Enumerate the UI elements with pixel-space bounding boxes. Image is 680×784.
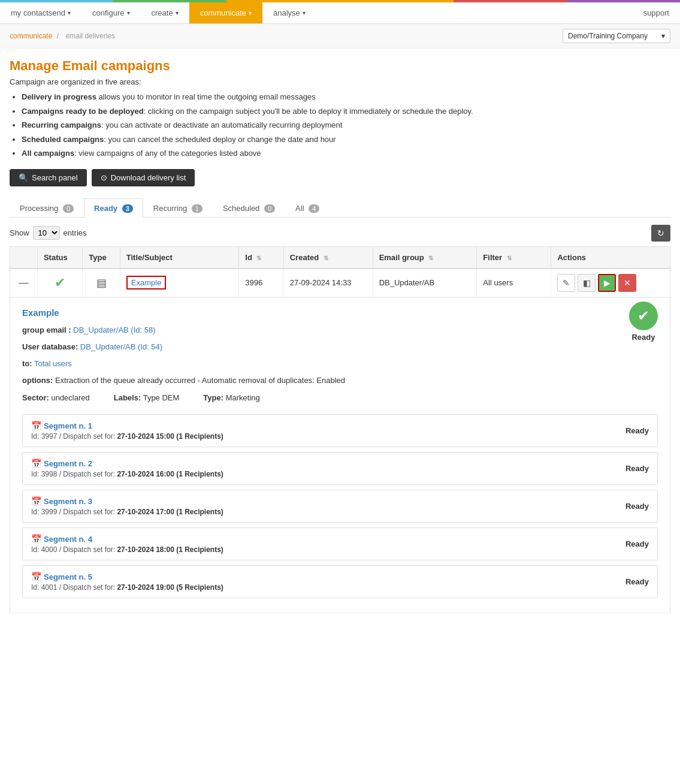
expanded-meta: Sector: undeclared Labels: Type DEM Type… [22,393,629,402]
expanded-title-link[interactable]: Example [22,307,59,318]
download-icon: ⊙ [101,173,107,182]
refresh-button[interactable]: ↻ [651,225,670,242]
expanded-content: Example group email : DB_Updater/AB (Id:… [10,297,670,613]
expanded-campaign-title[interactable]: Example [22,307,629,318]
bullet-delivery: Delivery in progress allows you to monit… [22,91,670,103]
sort-id[interactable]: ⇅ [256,255,261,261]
nav-support[interactable]: support [633,2,680,23]
group-email-link[interactable]: DB_Updater/AB (Id: 58) [73,325,155,334]
search-icon: 🔍 [19,173,28,182]
page-subtitle: Campaign are organized in five areas: [10,77,670,86]
segment-title-link-4[interactable]: Segment n. 4 [44,535,92,544]
sort-emailgroup[interactable]: ⇅ [428,255,433,261]
breadcrumb: communicate / email deliveries [10,32,117,40]
sort-created[interactable]: ⇅ [324,255,328,261]
tab-recurring[interactable]: Recurring 1 [143,198,213,218]
ready-label: Ready [631,333,655,342]
action-buttons-row: ✎ ◧ ▶ ✕ [557,274,664,292]
campaign-filter: All users [477,269,551,297]
nav-analyse[interactable]: analyse ▾ [262,2,316,23]
ready-badge: ✔ Ready [629,301,658,408]
col-header-created: Created ⇅ [283,246,373,269]
campaign-email-group: DB_Updater/AB [373,269,477,297]
segment-status-1: Ready [625,426,649,435]
breadcrumb-bar: communicate / email deliveries Demo/Trai… [0,24,680,49]
segment-status-2: Ready [625,464,649,473]
nav-configure[interactable]: configure ▾ [81,2,140,23]
edit-button[interactable]: ✎ [557,274,575,292]
view-button[interactable]: ◧ [578,274,596,292]
expanded-to: to: Total users [22,357,629,370]
nav-create[interactable]: create ▾ [141,2,189,23]
nav-arrow-create: ▾ [176,10,179,16]
expanded-options: options: Extraction of the queue already… [22,374,629,387]
nav-my-contactsend[interactable]: my contactsend ▾ [0,2,81,23]
nav-arrow-analyse: ▾ [303,10,306,16]
segment-status-4: Ready [625,539,649,548]
segment-left-5: 📅Segment n. 5 Id: 4001 / Dispatch set fo… [31,572,223,592]
status-ok-icon: ✔ [55,275,65,290]
segment-left-4: 📅Segment n. 4 Id: 4000 / Dispatch set fo… [31,534,223,554]
segment-title-link-3[interactable]: Segment n. 3 [44,497,92,506]
tab-all[interactable]: All 4 [285,198,330,218]
badge-scheduled: 0 [264,204,275,213]
expand-toggle[interactable]: — [10,269,38,297]
badge-processing: 0 [63,204,74,213]
segment-title-link-5[interactable]: Segment n. 5 [44,572,92,581]
entries-select[interactable]: 10 25 50 [33,226,60,240]
segment-calendar-icon-1: 📅 [31,421,41,430]
segment-card-5: 📅Segment n. 5 Id: 4001 / Dispatch set fo… [22,565,658,598]
tab-ready[interactable]: Ready 3 [84,198,143,218]
campaign-actions: ✎ ◧ ▶ ✕ [551,269,670,297]
col-header-status: Status [37,246,82,269]
bullet-scheduled: Scheduled campaigns: you can cancel the … [22,134,670,146]
tab-processing[interactable]: Processing 0 [10,198,84,218]
segment-info-3: Id: 3999 / Dispatch set for: 27-10-2024 … [31,508,223,516]
segment-status-5: Ready [625,577,649,586]
segment-title-link-1[interactable]: Segment n. 1 [44,421,92,430]
delete-button[interactable]: ✕ [618,274,636,292]
segment-calendar-icon-3: 📅 [31,496,41,506]
show-label: Show [10,228,29,237]
col-header-actions: Actions [551,246,670,269]
to-link[interactable]: Total users [34,359,72,368]
table-row: — ✔ ▤ Example 3996 27-09-2024 14:33 DB_U… [10,269,670,297]
table-header-row: Status Type Title/Subject Id ⇅ Created ⇅… [10,246,670,269]
segment-title-link-2[interactable]: Segment n. 2 [44,459,92,468]
segments-list: 📅Segment n. 1 Id: 3997 / Dispatch set fo… [22,414,658,598]
expanded-group-email: group email : DB_Updater/AB (Id: 58) [22,324,629,337]
campaign-status: ✔ [37,269,82,297]
user-db-link[interactable]: DB_Updater/AB (Id: 54) [80,342,162,351]
bullet-recurring: Recurring campaigns: you can activate or… [22,119,670,131]
deploy-button[interactable]: ▶ [598,274,616,292]
type-document-icon: ▤ [96,277,107,289]
campaign-title-link[interactable]: Example [126,276,167,290]
labels-info: Labels: Type DEM [114,393,180,402]
segment-info-2: Id: 3998 / Dispatch set for: 27-10-2024 … [31,470,223,478]
segment-card-1: 📅Segment n. 1 Id: 3997 / Dispatch set fo… [22,414,658,447]
breadcrumb-separator: / [57,32,59,40]
segment-calendar-icon-2: 📅 [31,459,41,468]
type-info: Type: Marketing [203,393,259,402]
segment-left-1: 📅Segment n. 1 Id: 3997 / Dispatch set fo… [31,421,223,441]
campaign-title-cell: Example [120,269,239,297]
col-header-emailgroup: Email group ⇅ [373,246,477,269]
col-header-filter: Filter ⇅ [477,246,551,269]
breadcrumb-home[interactable]: communicate [10,32,52,40]
search-panel-button[interactable]: 🔍 Search panel [10,169,87,186]
feature-list: Delivery in progress allows you to monit… [22,91,670,159]
sector-info: Sector: undeclared [22,393,90,402]
expanded-user-db: User database: DB_Updater/AB (Id: 54) [22,340,629,354]
bullet-all: All campaigns: view campaigns of any of … [22,147,670,159]
company-selector[interactable]: Demo/Training Company ▾ [563,29,670,43]
nav-communicate[interactable]: communicate ▾ [189,2,262,23]
segment-info-4: Id: 4000 / Dispatch set for: 27-10-2024 … [31,545,223,554]
col-header-check [10,246,38,269]
download-delivery-button[interactable]: ⊙ Download delivery list [92,169,195,186]
table-controls: Show 10 25 50 entries ↻ [10,225,670,242]
tab-scheduled[interactable]: Scheduled 0 [213,198,285,218]
badge-recurring: 1 [192,204,203,213]
nav-arrow-communicate: ▾ [249,10,252,16]
nav-arrow-configure: ▾ [127,10,130,16]
sort-filter[interactable]: ⇅ [507,255,512,261]
